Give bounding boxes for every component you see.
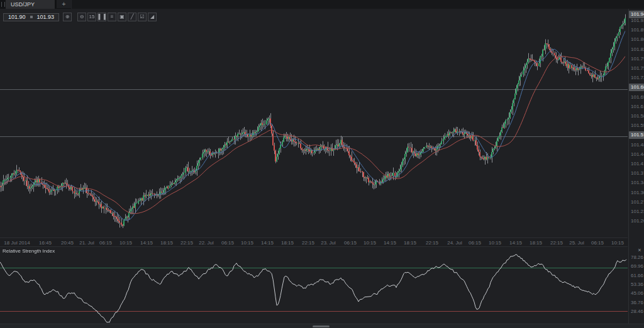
- rsi-axis-label: 69.96: [631, 263, 643, 270]
- price-axis-label: 101.79: [631, 56, 644, 62]
- rsi-close-button[interactable]: ×: [636, 247, 643, 253]
- trading-app-window: USD/JPY + 101.90 101.93 ⊕ ⊖ 15 ▌▐ ≡: [0, 0, 644, 328]
- price-axis-label: 101.20: [631, 218, 644, 224]
- rsi-axis-label: 53.36: [631, 282, 643, 288]
- time-axis-label: 22:15: [550, 240, 563, 246]
- screenshot-button[interactable]: ▣: [118, 13, 126, 21]
- bid-price: 101.90: [8, 14, 26, 20]
- toolbar-buttons: ⊕ ⊖ 15 ▌▐ ≡ ▣ ╱ ☑ ◢: [63, 13, 157, 21]
- time-axis-label: 23. Jul: [321, 240, 336, 246]
- scrollbar-thumb[interactable]: [313, 325, 330, 327]
- price-axis-label: 101.23: [631, 209, 644, 215]
- time-axis-label: 06:15: [99, 240, 112, 246]
- chart-type-button[interactable]: ▌▐: [97, 13, 106, 21]
- time-axis-label: 10:15: [611, 240, 624, 246]
- price-axis-label: 101.58: [631, 113, 644, 119]
- time-axis-label: 14:15: [140, 240, 153, 246]
- price-axis-label: 101.48: [631, 142, 644, 148]
- price-axis-label: 101.93: [631, 18, 644, 24]
- price-axis-label: 101.44: [631, 151, 644, 158]
- time-axis-label: 22:15: [302, 240, 314, 246]
- price-axis[interactable]: 101.94 101.93101.89101.86101.82101.79101…: [628, 9, 644, 324]
- price-axis-label: 101.82: [631, 46, 644, 53]
- tab-usdjpy[interactable]: USD/JPY: [6, 0, 55, 9]
- rsi-title: Relative Strength Index: [3, 248, 55, 254]
- price-axis-label: 101.61: [631, 104, 644, 110]
- time-axis-label: 06:15: [591, 240, 604, 246]
- time-axis-label: 10:15: [364, 240, 376, 246]
- rsi-chart-canvas[interactable]: [0, 247, 628, 324]
- price-axis-label: 101.68: [629, 84, 644, 91]
- time-axis-label: 18:15: [160, 240, 173, 246]
- bid-ask-quote[interactable]: 101.90 101.93: [3, 13, 59, 21]
- timeframe-button[interactable]: 15: [87, 13, 96, 21]
- price-chart-canvas[interactable]: [0, 9, 628, 238]
- zoom-in-button[interactable]: ⊕: [63, 13, 72, 21]
- time-axis-label: 06:15: [344, 240, 357, 246]
- price-axis-label: 101.72: [631, 75, 644, 81]
- time-axis-label: 10:15: [489, 240, 501, 246]
- rsi-axis-label: 28.46: [631, 309, 643, 315]
- time-axis-label: 22. Jul: [199, 240, 214, 246]
- tab-label: USD/JPY: [11, 1, 35, 8]
- rsi-axis-label: 61.66: [631, 273, 643, 279]
- time-axis-label: 25. Jul: [569, 240, 584, 246]
- time-axis-label: 16:45: [39, 240, 52, 246]
- close-icon: ×: [638, 247, 641, 253]
- time-axis-label: 24. Jul: [447, 240, 462, 246]
- quote-separator-icon: [30, 16, 33, 18]
- price-axis-label: 101.34: [631, 180, 644, 186]
- time-axis-label: 06:15: [221, 240, 234, 246]
- horizontal-scrollbar[interactable]: [0, 324, 644, 328]
- indicator-list-button[interactable]: ≡: [108, 13, 116, 21]
- rsi-axis-label: 78.26: [631, 254, 643, 261]
- time-axis-label: 18 Jul 2014: [4, 240, 30, 246]
- time-axis-label: 18:15: [281, 240, 294, 246]
- time-axis-label: 14:15: [509, 240, 522, 246]
- price-axis-label: 101.55: [631, 123, 644, 129]
- plus-icon: +: [62, 1, 66, 8]
- chart-toolbar: 101.90 101.93 ⊕ ⊖ 15 ▌▐ ≡ ▣ ╱ ☑ ◢: [3, 13, 157, 21]
- draw-line-button[interactable]: ╱: [128, 13, 136, 21]
- price-axis-label: 101.51: [629, 131, 644, 139]
- time-axis-label: 10:15: [119, 240, 132, 246]
- edit-tool-button[interactable]: ◢: [148, 13, 157, 21]
- time-axis-label: 14:15: [261, 240, 274, 246]
- price-axis-label: 101.65: [631, 94, 644, 101]
- time-axis-label: 14:15: [384, 240, 396, 246]
- new-tab-button[interactable]: +: [57, 0, 71, 8]
- price-axis-label: 101.89: [631, 27, 644, 33]
- price-axis-label: 101.30: [631, 190, 644, 196]
- tab-bar: USD/JPY +: [0, 0, 644, 9]
- time-axis[interactable]: 18 Jul 201416:4520:4521. Jul06:1510:1514…: [0, 238, 628, 247]
- price-axis-label: 101.41: [631, 161, 644, 167]
- time-axis-label: 10:15: [241, 240, 253, 246]
- time-axis-label: 18:15: [404, 240, 416, 246]
- price-axis-label: 101.27: [631, 199, 644, 205]
- time-axis-label: 18:15: [530, 240, 542, 246]
- time-axis-label: 22:15: [180, 240, 193, 246]
- price-axis-label: 101.75: [631, 65, 644, 72]
- time-axis-label: 20:45: [61, 240, 74, 246]
- price-axis-label: 101.37: [631, 170, 644, 177]
- rsi-axis-label: 45.06: [631, 290, 643, 297]
- rsi-panel: Relative Strength Index: [0, 246, 628, 324]
- time-axis-label: 06:15: [469, 240, 481, 246]
- tab-bar-empty-space: [71, 0, 644, 9]
- time-axis-label: 21. Jul: [79, 240, 94, 246]
- rsi-axis-label: 36.76: [631, 300, 643, 306]
- zoom-out-button[interactable]: ⊖: [77, 13, 86, 21]
- chart-settings-button[interactable]: ☑: [138, 13, 147, 21]
- time-axis-label: 22:15: [426, 240, 438, 246]
- price-axis-label: 101.86: [631, 36, 644, 43]
- ask-price: 101.93: [37, 14, 55, 20]
- tab-drag-grip-icon: [1, 2, 5, 7]
